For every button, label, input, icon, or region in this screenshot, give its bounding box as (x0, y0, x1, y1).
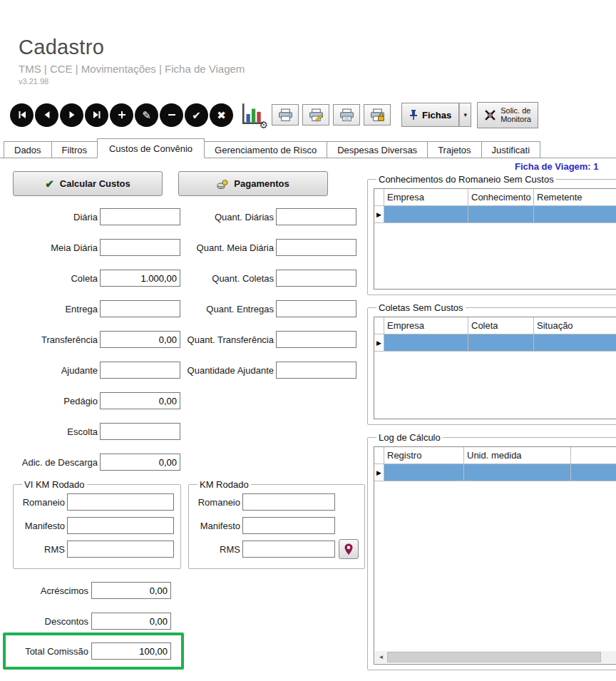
column-header-conhecimento[interactable]: Conhecimento (468, 189, 534, 206)
form-row: Meia Diária Quant. Meia Diária (0, 239, 356, 256)
grid-cell[interactable] (384, 334, 468, 352)
horizontal-scrollbar[interactable]: ◄ (375, 651, 616, 663)
column-header-registro[interactable]: Registro (384, 447, 464, 464)
tab-filtros[interactable]: Filtros (51, 141, 98, 158)
fichas-dropdown-button[interactable]: ▼ (459, 103, 471, 127)
column-header-empresa[interactable]: Empresa (384, 317, 468, 334)
column-header-coleta[interactable]: Coleta (468, 317, 534, 334)
monitora-label: Solic. de Monitora (500, 106, 531, 123)
form-row: Ajudante Quantidade Ajudante (0, 362, 356, 379)
form-row: Entrega Quant. Entregas (0, 300, 356, 317)
prior-record-button[interactable] (35, 103, 58, 127)
grid-empty-area (374, 223, 616, 289)
grid-row-selected[interactable]: ▶ (374, 334, 616, 352)
insert-record-button[interactable] (110, 103, 133, 127)
ficha-de-viagem-value: 1 (593, 161, 598, 172)
descontos-input[interactable] (91, 613, 171, 630)
fichas-label: Fichas (422, 110, 451, 121)
quant-coletas-input[interactable] (276, 270, 356, 287)
quantidade-ajudante-input[interactable] (276, 362, 356, 379)
pagamentos-button[interactable]: Pagamentos (178, 171, 328, 196)
last-record-button[interactable] (85, 103, 108, 127)
quant-coletas-label: Quant. Coletas (180, 273, 274, 284)
print-edit-button[interactable] (302, 104, 329, 126)
acrescimos-input[interactable] (91, 582, 171, 599)
calcular-custos-button[interactable]: ✔ Calcular Custos (13, 171, 163, 196)
column-header-remetente[interactable]: Remetente (534, 189, 616, 206)
quant-meia-diaria-input[interactable] (276, 239, 356, 256)
grid-cell[interactable] (464, 464, 571, 481)
grid-cell[interactable] (384, 464, 464, 481)
column-header-situacao[interactable]: Situação (534, 317, 616, 334)
quant-transferencia-input[interactable] (276, 331, 356, 348)
log-grid: Registro Unid. medida ▶ ◄ (374, 446, 616, 665)
quant-diarias-label: Quant. Diárias (180, 212, 274, 222)
meia-diaria-input[interactable] (100, 239, 180, 256)
toolbar: ✎ ✔ ✖ ⚙ (10, 100, 538, 130)
tab-despesas-diversas[interactable]: Despesas Diversas (327, 141, 428, 158)
print-lock-button[interactable] (364, 104, 391, 126)
km-manifesto-input[interactable] (242, 517, 335, 534)
km-rms-input[interactable] (242, 541, 335, 558)
grid-header-filler (571, 447, 616, 464)
tab-gerenciamento-de-risco[interactable]: Gerenciamento de Risco (204, 141, 327, 158)
calculate-chart-button[interactable]: ⚙ (239, 102, 266, 128)
grid-cell[interactable] (571, 464, 616, 481)
vi-km-rms-label: RMS (19, 544, 65, 555)
post-record-button[interactable]: ✔ (185, 103, 208, 127)
scroll-left-icon[interactable]: ◄ (375, 651, 387, 663)
delete-record-button[interactable] (160, 103, 183, 127)
transferencia-input[interactable] (100, 331, 180, 348)
total-comissao-input[interactable] (91, 642, 171, 660)
ajudante-input[interactable] (100, 362, 180, 379)
meia-diaria-label: Meia Diária (0, 242, 98, 253)
next-record-button[interactable] (60, 103, 83, 127)
coleta-label: Coleta (0, 273, 98, 284)
tab-custos-de-convenio[interactable]: Custos de Convênio (97, 138, 205, 158)
diaria-input[interactable] (100, 208, 180, 225)
grid-cell[interactable] (468, 334, 534, 352)
column-header-unid-medida[interactable]: Unid. medida (464, 447, 571, 464)
grid-cell[interactable] (468, 206, 534, 223)
km-manifesto-label: Manifesto (195, 521, 240, 531)
pedagio-input[interactable] (100, 392, 180, 409)
plus-icon (117, 110, 127, 120)
print-matrix-button[interactable] (333, 104, 360, 126)
pedagio-label: Pedágio (0, 396, 98, 406)
form-row: Coleta Quant. Coletas (0, 270, 356, 287)
next-record-icon (67, 110, 77, 120)
entrega-input[interactable] (100, 300, 180, 317)
grid-row-selected[interactable]: ▶ (374, 464, 616, 481)
solicitacao-monitoramento-button[interactable]: Solic. de Monitora (477, 102, 538, 128)
first-record-icon (17, 110, 27, 120)
print-button[interactable] (272, 104, 299, 126)
tab-justificativa[interactable]: Justificati (481, 141, 540, 158)
adic-descarga-input[interactable] (100, 454, 180, 471)
km-romaneio-input[interactable] (242, 493, 335, 511)
column-header-empresa[interactable]: Empresa (384, 189, 468, 206)
quantidade-ajudante-label: Quantidade Ajudante (180, 365, 274, 376)
fichas-button[interactable]: Fichas (401, 103, 459, 127)
vi-km-rms-input[interactable] (67, 541, 174, 558)
quant-diarias-input[interactable] (276, 208, 356, 225)
coleta-input[interactable] (100, 270, 180, 287)
grid-cell[interactable] (534, 206, 616, 223)
vi-km-manifesto-input[interactable] (67, 517, 174, 534)
first-record-button[interactable] (10, 103, 34, 127)
escolta-input[interactable] (100, 423, 180, 440)
quant-entregas-input[interactable] (276, 300, 356, 317)
grid-cell[interactable] (534, 334, 616, 352)
cancel-record-button[interactable]: ✖ (210, 103, 233, 127)
form-row: Diária Quant. Diárias (0, 208, 356, 225)
coletas-grid: Empresa Coleta Situação ▶ (374, 317, 616, 419)
tab-trajetos[interactable]: Trajetos (427, 141, 481, 158)
row-marker-icon: ▶ (374, 464, 384, 481)
map-location-button[interactable] (339, 539, 359, 559)
edit-record-button[interactable]: ✎ (135, 103, 158, 127)
scrollbar-thumb[interactable] (387, 652, 601, 662)
grid-row-selected[interactable]: ▶ (374, 206, 616, 223)
tab-dados[interactable]: Dados (4, 141, 52, 158)
vi-km-romaneio-input[interactable] (67, 493, 174, 511)
grid-cell[interactable] (384, 206, 468, 223)
log-de-calculo-group: Log de Cálculo Registro Unid. medida ▶ ◄ (367, 432, 616, 670)
